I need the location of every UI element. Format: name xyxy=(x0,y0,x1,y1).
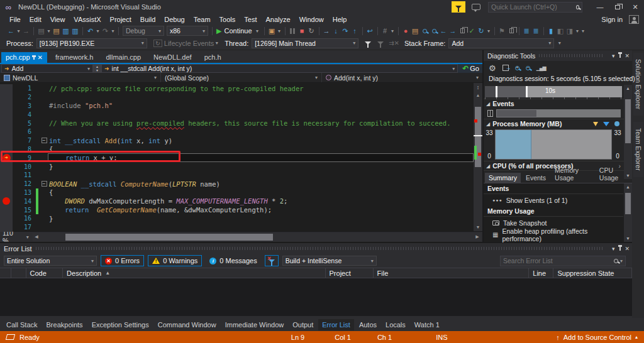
menu-test[interactable]: Test xyxy=(240,16,261,23)
code-text[interactable]: // When you are using pre-compiled heade… xyxy=(48,119,474,128)
code-line-5[interactable]: 5// When you are using pre-compiled head… xyxy=(0,119,474,128)
undo-icon[interactable]: ↶ xyxy=(86,26,95,36)
header-severity-icon[interactable] xyxy=(11,268,26,278)
column-header-project[interactable]: Project xyxy=(326,268,374,278)
process-combo[interactable]: [9136] PB190.EXE▾ xyxy=(36,38,147,48)
code-editor[interactable]: 1// pch.cpp: source file corresponding t… xyxy=(0,83,482,231)
code-text[interactable] xyxy=(48,128,474,136)
code-line-13[interactable]: 13{ xyxy=(0,188,474,197)
panel-menu-icon[interactable]: ▾ xyxy=(612,53,615,59)
panel-tab-error-list[interactable]: Error List xyxy=(318,319,354,330)
va-find-references-icon[interactable] xyxy=(423,29,427,33)
panel-close-icon[interactable]: ✕ xyxy=(625,53,630,59)
navigate-backward-dropdown[interactable]: ▾ xyxy=(16,28,21,34)
error-list-close-icon[interactable]: ✕ xyxy=(625,246,630,252)
menu-edit[interactable]: Edit xyxy=(25,16,46,23)
va-spellcheck-icon[interactable]: ✓ xyxy=(467,26,477,36)
restore-button[interactable] xyxy=(609,1,626,13)
va-nav-back-icon[interactable]: ← xyxy=(439,26,448,36)
code-line-4[interactable]: 4 xyxy=(0,110,474,119)
settings-gear-icon[interactable]: ⚙ xyxy=(489,63,496,73)
breakpoint-gutter[interactable] xyxy=(0,136,13,145)
breakpoint-gutter[interactable] xyxy=(0,188,13,197)
format-document-icon[interactable]: ≣ xyxy=(522,26,531,36)
code-line-10[interactable]: 10} xyxy=(0,162,474,171)
export-icon[interactable] xyxy=(502,65,509,71)
prev-bookmark-icon[interactable]: ◧ xyxy=(556,26,565,36)
code-line-2[interactable]: 2 xyxy=(0,93,474,102)
code-text[interactable] xyxy=(48,171,474,180)
error-search-input[interactable] xyxy=(503,257,614,264)
code-text[interactable]: { xyxy=(48,188,474,197)
pin-icon[interactable] xyxy=(619,54,621,58)
code-text[interactable]: return GetComputerName(name, &dwMaxCompu… xyxy=(48,205,474,214)
diag-tab-summary[interactable]: Summary xyxy=(485,173,521,183)
code-text[interactable]: } xyxy=(48,162,474,171)
menu-window[interactable]: Window xyxy=(295,16,328,23)
save-all-icon[interactable]: ▥ xyxy=(70,26,80,36)
scope-dropdown[interactable]: (Global Scope)▾ xyxy=(161,73,322,82)
panel-tab-call-stack[interactable]: Call Stack xyxy=(3,319,42,330)
editor-horizontal-scrollbar[interactable]: ◀ ▶ xyxy=(33,233,481,241)
build-intellisense-combo[interactable]: Build + IntelliSense▾ xyxy=(282,256,377,266)
code-line-17[interactable]: 17 xyxy=(0,223,474,232)
splitter-handle[interactable]: ↕ xyxy=(477,83,480,92)
sign-in-link[interactable]: Sign in xyxy=(601,16,623,23)
undo-dropdown[interactable]: ▾ xyxy=(95,28,101,34)
breakpoint-gutter[interactable] xyxy=(0,102,13,111)
open-file-icon[interactable]: ▤ xyxy=(52,26,61,36)
tab-newdll-def[interactable]: NewDLL.def xyxy=(149,52,196,63)
navigate-forward-icon[interactable]: → xyxy=(21,26,31,36)
scroll-up-arrow[interactable]: ▲ xyxy=(476,92,480,99)
show-events-link[interactable]: ●●● Show Events (1 of 1) xyxy=(484,194,623,206)
messages-filter-button[interactable]: i 0 Messages xyxy=(206,255,260,266)
events-section-header[interactable]: ◢Events xyxy=(484,99,632,108)
column-header-suppression-state[interactable]: Suppression State xyxy=(553,268,632,278)
menu-vassistx[interactable]: VAssistX xyxy=(69,16,105,23)
breakpoint-gutter[interactable] xyxy=(0,110,13,119)
save-icon[interactable]: ▥ xyxy=(61,26,70,36)
diag-tab-memory-usage[interactable]: Memory Usage xyxy=(551,165,594,183)
panel-tab-exception-settings[interactable]: Exception Settings xyxy=(88,319,153,330)
solution-platforms-combo[interactable]: x86▾ xyxy=(167,26,208,36)
code-line-3[interactable]: 3#include "pch.h" xyxy=(0,102,474,111)
panel-tab-autos[interactable]: Autos xyxy=(355,319,380,330)
timeline-ruler[interactable]: 10s xyxy=(485,86,622,97)
tab-framework-h[interactable]: framework.h xyxy=(51,52,98,63)
side-tab-team-explorer[interactable]: Team Explorer xyxy=(633,122,643,177)
code-text[interactable]: #include "pch.h" xyxy=(48,102,474,111)
add-item-icon[interactable]: ▤ xyxy=(36,26,46,36)
va-nav-forward-icon[interactable]: → xyxy=(448,26,458,36)
collapse-icon[interactable]: − xyxy=(42,138,47,143)
breakpoint-icon[interactable] xyxy=(3,197,10,205)
minimize-button[interactable]: — xyxy=(591,1,609,13)
warnings-filter-button[interactable]: 0 Warnings xyxy=(148,255,202,266)
code-line-7[interactable]: 7−int __stdcall Add(int x, int y) xyxy=(0,136,474,145)
redo-icon[interactable]: ↷ xyxy=(101,26,110,36)
code-text[interactable]: DWORD dwMaxComputerLength = MAX_COMPUTER… xyxy=(48,197,474,205)
breakpoint-gutter[interactable] xyxy=(0,84,13,93)
code-line-14[interactable]: 14 DWORD dwMaxComputerLength = MAX_COMPU… xyxy=(0,197,474,205)
heap-profiling-link[interactable]: ▦ Enable heap profiling (affects perform… xyxy=(484,229,623,241)
add-item-dropdown[interactable]: ▾ xyxy=(46,28,52,34)
next-bookmark-icon[interactable]: ◨ xyxy=(565,26,575,36)
code-area[interactable]: 1// pch.cpp: source file corresponding t… xyxy=(0,83,474,231)
breakpoint-gutter[interactable] xyxy=(0,162,13,171)
reset-view-icon[interactable]: ▁▄▆ xyxy=(536,65,546,71)
summary-scrollbar[interactable]: ▲ ▼ xyxy=(624,183,632,242)
menu-help[interactable]: Help xyxy=(328,16,352,23)
notifications-filter-icon[interactable] xyxy=(452,1,465,13)
column-header-description[interactable]: Description▲ xyxy=(63,268,325,278)
breakpoint-gutter[interactable] xyxy=(0,214,13,223)
tab-pch-h[interactable]: pch.h xyxy=(200,52,226,63)
redo-dropdown[interactable]: ▾ xyxy=(110,28,116,34)
diag-tab-events[interactable]: Events xyxy=(522,173,550,183)
insert-flag-icon[interactable]: ⚑ xyxy=(497,26,507,36)
va-definition-combo[interactable]: ➜int __stdcall Add(int x, int y)▾ xyxy=(101,64,458,73)
code-text[interactable]: BOOLEAN __stdcall ComputerName(LPTSTR na… xyxy=(48,180,474,188)
column-header-file[interactable]: File xyxy=(374,268,530,278)
step-out-icon[interactable]: ↑ xyxy=(350,26,360,36)
breakpoints-dropdown[interactable]: ▾ xyxy=(390,28,396,34)
diagnostic-tools-title[interactable]: Diagnostic Tools ▾ ✕ xyxy=(484,50,632,61)
code-line-6[interactable]: 6 xyxy=(0,128,474,136)
